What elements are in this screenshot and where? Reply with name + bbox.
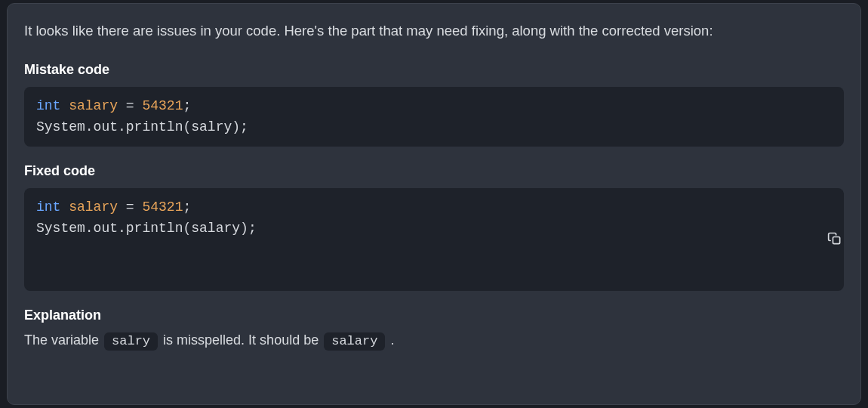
explanation-title: Explanation <box>24 308 844 323</box>
copy-icon <box>805 220 842 260</box>
mistake-title: Mistake code <box>24 62 844 78</box>
code-call: System.out.println <box>36 221 183 236</box>
code-variable: salary <box>69 199 118 215</box>
code-punct: ; <box>183 199 191 215</box>
copy-button[interactable] <box>814 230 833 249</box>
code-keyword: int <box>36 98 60 113</box>
code-call: System.out.println <box>36 119 183 134</box>
code-punct: ; <box>183 98 191 113</box>
code-punct: ( <box>183 119 191 134</box>
explain-fragment: is misspelled. It should be <box>159 332 322 348</box>
fixed-title: Fixed code <box>24 163 844 179</box>
fixed-code-block: int salary = 54321; System.out.println(s… <box>24 188 844 291</box>
code-keyword: int <box>36 199 60 215</box>
code-punct: ; <box>248 221 257 236</box>
code-punct: ; <box>240 119 248 134</box>
code-punct: ) <box>240 221 248 236</box>
svg-rect-0 <box>833 236 839 243</box>
mistake-code-block: int salary = 54321; System.out.println(s… <box>24 87 844 147</box>
code-punct: ( <box>183 221 191 236</box>
code-punct: = <box>118 199 142 215</box>
explain-fragment: . <box>386 332 394 348</box>
intro-text: It looks like there are issues in your c… <box>24 20 844 42</box>
code-number: 54321 <box>142 199 183 215</box>
code-punct: = <box>118 98 142 113</box>
code-feedback-panel: It looks like there are issues in your c… <box>7 3 861 405</box>
code-arg: salry <box>191 119 232 134</box>
explain-fragment: The variable <box>24 332 103 348</box>
code-punct: ) <box>232 119 240 134</box>
inline-code: salry <box>104 332 158 351</box>
explanation-text: The variable salry is misspelled. It sho… <box>24 332 844 351</box>
code-number: 54321 <box>142 98 183 113</box>
code-variable: salary <box>69 98 118 113</box>
code-arg: salary <box>191 221 240 236</box>
inline-code: salary <box>324 332 385 351</box>
